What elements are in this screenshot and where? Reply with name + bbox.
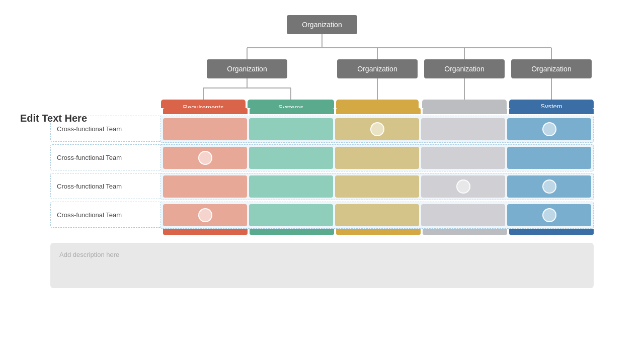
description-box[interactable]: Add description here — [50, 243, 594, 288]
svg-text:Organization: Organization — [357, 65, 397, 73]
top-bar-rnd2 — [423, 108, 507, 114]
svg-rect-31 — [422, 100, 507, 108]
bottom-bar-svg — [509, 229, 594, 235]
data-cell — [335, 118, 419, 140]
svg-text:System: System — [540, 103, 562, 108]
bottom-bar-rnd — [336, 229, 421, 235]
data-cell — [507, 175, 591, 198]
data-cell — [163, 204, 247, 226]
circle-marker — [456, 179, 470, 194]
row-label: Cross-functional Team — [50, 202, 161, 228]
svg-rect-29 — [336, 100, 419, 108]
top-bar-sys — [250, 108, 334, 114]
top-bar-svg — [509, 108, 594, 114]
data-cell — [507, 204, 591, 226]
svg-text:Systems: Systems — [278, 104, 303, 108]
row-label: Cross-functional Team — [50, 173, 161, 199]
top-bar-rnd — [336, 108, 421, 114]
table-row: Cross-functional Team — [50, 144, 594, 171]
data-cell — [421, 147, 505, 169]
circle-marker — [542, 122, 556, 136]
data-cell — [421, 204, 505, 226]
data-cell — [163, 175, 247, 198]
svg-text:Organization: Organization — [227, 65, 267, 73]
bottom-bar-req — [163, 229, 248, 235]
table-row: Cross-functional Team — [50, 116, 594, 143]
data-cell — [335, 204, 419, 226]
circle-marker — [198, 208, 212, 222]
svg-text:Requirements: Requirements — [183, 104, 224, 108]
data-cell — [163, 147, 247, 169]
data-cell — [249, 147, 333, 169]
data-cell — [421, 175, 505, 198]
bottom-bar-rnd2 — [423, 229, 507, 235]
top-bar-req — [163, 108, 248, 114]
data-cell — [249, 204, 333, 226]
data-cell — [249, 118, 333, 140]
data-cell — [249, 175, 333, 198]
bottom-bar-sys — [250, 229, 334, 235]
data-cell — [421, 118, 505, 140]
data-cell — [507, 147, 591, 169]
svg-text:Organization: Organization — [531, 65, 571, 73]
circle-marker — [370, 122, 384, 136]
data-cell — [335, 175, 419, 198]
circle-marker — [542, 179, 556, 194]
description-placeholder: Add description here — [59, 251, 119, 258]
data-cell — [335, 147, 419, 169]
row-label: Cross-functional Team — [50, 116, 161, 142]
row-label: Cross-functional Team — [50, 144, 161, 170]
svg-text:Organization: Organization — [444, 65, 484, 73]
table-row: Cross-functional Team — [50, 173, 594, 200]
table-row: Cross-functional Team — [50, 202, 594, 229]
circle-marker — [542, 208, 556, 222]
data-cell — [163, 118, 247, 140]
svg-text:Organization: Organization — [302, 21, 342, 29]
circle-marker — [198, 151, 212, 165]
data-cell — [507, 118, 591, 140]
